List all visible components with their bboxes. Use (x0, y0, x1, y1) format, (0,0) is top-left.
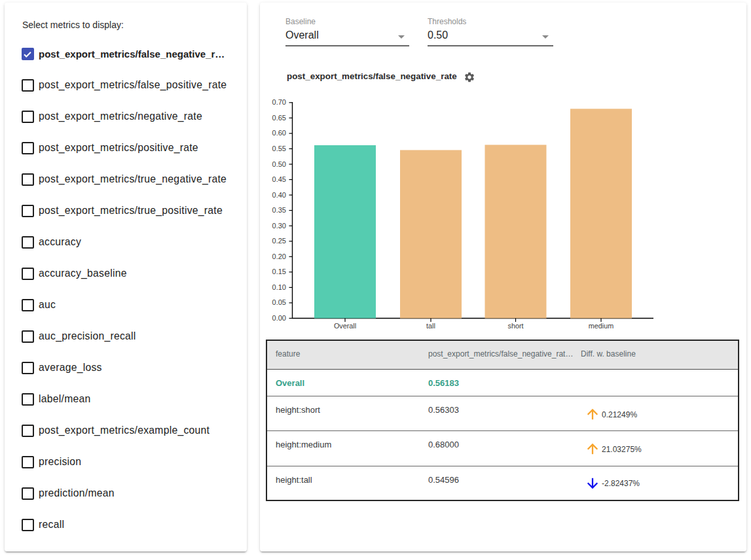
svg-text:0.50: 0.50 (272, 160, 286, 168)
svg-text:0.20: 0.20 (272, 253, 286, 260)
svg-text:medium: medium (589, 322, 614, 330)
svg-text:Overall: Overall (334, 322, 356, 330)
svg-text:0.30: 0.30 (272, 222, 286, 230)
svg-text:0.15: 0.15 (272, 268, 286, 275)
svg-text:0.35: 0.35 (272, 206, 286, 214)
svg-text:0.10: 0.10 (272, 283, 286, 291)
svg-text:tall: tall (426, 322, 435, 330)
svg-text:0.65: 0.65 (272, 114, 286, 122)
svg-text:0.00: 0.00 (272, 314, 286, 322)
svg-text:0.70: 0.70 (272, 98, 286, 106)
svg-text:short: short (507, 322, 523, 330)
svg-text:0.40: 0.40 (272, 191, 286, 199)
svg-text:0.55: 0.55 (272, 145, 286, 152)
svg-text:0.60: 0.60 (272, 129, 286, 137)
svg-text:0.25: 0.25 (272, 237, 286, 245)
svg-text:0.05: 0.05 (272, 298, 286, 306)
svg-text:0.45: 0.45 (272, 175, 286, 183)
